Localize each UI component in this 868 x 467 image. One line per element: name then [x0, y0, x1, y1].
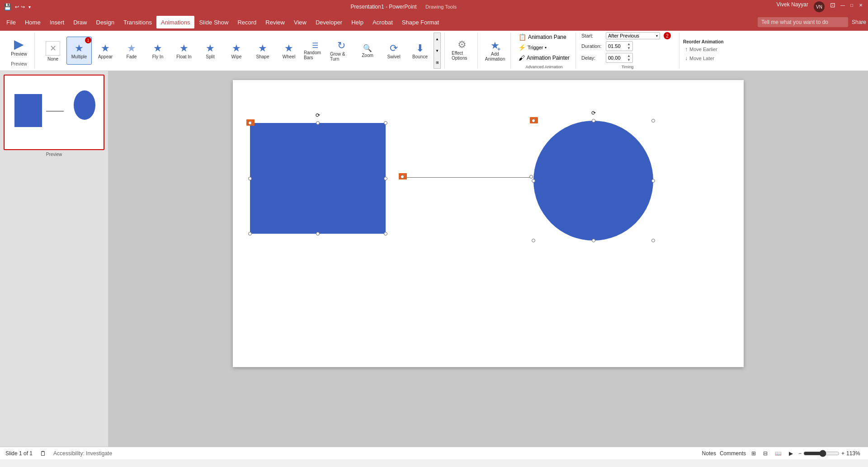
slide-thumbnail-1[interactable]: [4, 75, 104, 150]
statusbar: Slide 1 of 1 🗒 Accessibility: Investigat…: [0, 447, 868, 459]
start-label: Start:: [581, 33, 604, 38]
close-button[interactable]: ✕: [857, 1, 864, 9]
menu-developer[interactable]: Developer: [311, 16, 347, 28]
redo-button[interactable]: ↪: [21, 4, 25, 10]
search-input[interactable]: [758, 17, 848, 27]
menu-draw[interactable]: Draw: [69, 16, 91, 28]
menu-home[interactable]: Home: [20, 16, 45, 28]
trigger-button[interactable]: ⚡ Trigger ▾: [516, 43, 572, 52]
slide-sorter-button[interactable]: ⊟: [761, 449, 769, 458]
reorder-label: Reorder Animation: [683, 39, 724, 44]
gallery-scroll-down[interactable]: ▼: [434, 45, 440, 57]
reading-view-button[interactable]: 📖: [773, 449, 783, 458]
preview-button[interactable]: ▶ Preview: [7, 33, 31, 61]
anim-split[interactable]: ★ Split: [198, 37, 223, 65]
zoom-level[interactable]: 113%: [846, 450, 863, 457]
menu-record[interactable]: Record: [233, 16, 261, 28]
effect-options-button[interactable]: ⚙ Effect Options: [449, 37, 475, 65]
circle-handle-tr[interactable]: [651, 119, 655, 123]
zoom-out-button[interactable]: −: [798, 450, 802, 457]
zoom-in-button[interactable]: +: [841, 450, 844, 457]
anim-fade[interactable]: ★ Fade: [119, 37, 144, 65]
line-handle-right[interactable]: [529, 175, 533, 179]
anim-shape[interactable]: ★ Shape: [250, 37, 275, 65]
anim-float-in[interactable]: ★ Float In: [171, 37, 197, 65]
anim-grow-turn[interactable]: ↻ Grow & Turn: [329, 37, 354, 65]
line-shape[interactable]: 0: [402, 177, 531, 182]
circle-shape: [533, 121, 653, 241]
zoom-slider[interactable]: [803, 450, 840, 457]
undo-button[interactable]: ↩: [15, 4, 19, 10]
circle-handle-ml[interactable]: [532, 179, 535, 183]
blue-rectangle[interactable]: 0 ⟳: [250, 123, 386, 234]
maximize-button[interactable]: □: [848, 1, 855, 9]
circle-handle-tm[interactable]: [592, 119, 595, 123]
handle-mr[interactable]: [384, 177, 387, 180]
menu-acrobat[interactable]: Acrobat: [368, 16, 397, 28]
comments-button[interactable]: Comments: [720, 450, 746, 457]
slide-canvas[interactable]: 0 ⟳ 0: [233, 80, 744, 367]
duration-spinner[interactable]: ▲ ▼: [627, 42, 631, 50]
anim-multiple[interactable]: 1 ★ Multiple: [66, 37, 92, 65]
anim-zoom[interactable]: 🔍 Zoom: [355, 37, 380, 65]
handle-ml[interactable]: [248, 177, 252, 180]
minimize-button[interactable]: —: [839, 1, 846, 9]
menu-transitions[interactable]: Transitions: [119, 16, 156, 28]
move-later-button[interactable]: ↓ Move Later: [683, 54, 724, 62]
circle-handle-br[interactable]: [651, 239, 655, 242]
handle-tm[interactable]: [316, 121, 320, 125]
notes-button[interactable]: Notes: [702, 450, 716, 457]
menu-slideshow[interactable]: Slide Show: [194, 16, 233, 28]
menu-view[interactable]: View: [289, 16, 311, 28]
menu-help[interactable]: Help: [347, 16, 368, 28]
menu-file[interactable]: File: [2, 16, 20, 28]
move-earlier-button[interactable]: ↑ Move Earlier: [683, 45, 724, 53]
handle-br[interactable]: [384, 232, 387, 236]
animation-painter-button[interactable]: 🖌 Animation Painter: [516, 53, 572, 63]
handle-tr[interactable]: [384, 121, 387, 125]
rect-rotation-handle[interactable]: ⟳: [315, 112, 321, 118]
menu-animations[interactable]: Animations: [156, 16, 194, 28]
ribbon-toggle[interactable]: ⊡: [830, 1, 837, 12]
anim-bounce[interactable]: ⬇ Bounce: [407, 37, 433, 65]
add-animation-button[interactable]: ★ + Add Animation: [482, 37, 508, 65]
user-avatar[interactable]: VN: [814, 1, 825, 12]
slide-notes-icon[interactable]: 🗒: [40, 450, 46, 457]
canvas-area[interactable]: 0 ⟳ 0: [108, 71, 868, 447]
anim-appear[interactable]: ★ Appear: [93, 37, 118, 65]
anim-none[interactable]: ✕ None: [40, 37, 66, 65]
circle-handle-bm[interactable]: [592, 239, 595, 242]
circle-rotation-handle[interactable]: ⟳: [590, 110, 597, 116]
slideshow-view-button[interactable]: ▶: [787, 449, 795, 458]
line-handle-left[interactable]: [401, 175, 404, 179]
handle-bm[interactable]: [316, 232, 320, 236]
circle-handle-tl[interactable]: [532, 119, 535, 123]
delay-input[interactable]: 00.00 ▲ ▼: [606, 53, 633, 63]
circle-handle-mr[interactable]: [651, 179, 655, 183]
menu-insert[interactable]: Insert: [45, 16, 69, 28]
animation-pane-button[interactable]: 📋 Animation Pane: [516, 32, 572, 42]
anim-wheel[interactable]: ★ Wheel: [276, 37, 302, 65]
start-dropdown[interactable]: After Previous ▾: [606, 32, 660, 39]
handle-tl[interactable]: [248, 121, 252, 125]
anim-fly-in[interactable]: ★ Fly In: [145, 37, 170, 65]
normal-view-button[interactable]: ⊞: [750, 449, 758, 458]
accessibility-status[interactable]: Accessibility: Investigate: [53, 450, 112, 457]
menu-shape-format[interactable]: Shape Format: [397, 16, 443, 28]
share-button[interactable]: Share: [852, 19, 866, 25]
duration-input[interactable]: 01.50 ▲ ▼: [606, 41, 633, 51]
gallery-expand[interactable]: ⊞: [434, 57, 440, 68]
anim-wipe[interactable]: ★ Wipe: [224, 37, 249, 65]
start-row: Start: After Previous ▾ 2: [581, 32, 674, 39]
titlebar: 💾 ↩ ↪ ▾ Presentation1 - PowerPoint Drawi…: [0, 0, 868, 14]
menu-review[interactable]: Review: [261, 16, 289, 28]
menu-design[interactable]: Design: [92, 16, 119, 28]
circle-handle-bl[interactable]: [532, 239, 535, 242]
delay-spinner[interactable]: ▲ ▼: [627, 54, 631, 62]
blue-circle[interactable]: 0 ⟳: [533, 121, 653, 241]
anim-swivel[interactable]: ⟳ Swivel: [381, 37, 406, 65]
handle-bl[interactable]: [248, 232, 252, 236]
slide-panel: 1 Preview: [0, 71, 108, 447]
anim-random-bars[interactable]: ☰ Random Bars: [302, 37, 328, 65]
gallery-scroll-up[interactable]: ▲: [434, 33, 440, 45]
